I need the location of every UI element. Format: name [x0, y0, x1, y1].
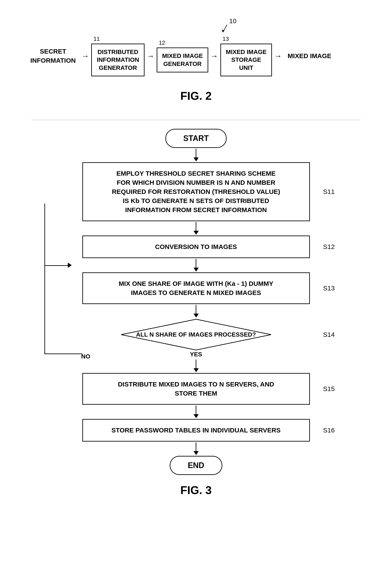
node-12-number: 12	[159, 40, 165, 46]
node-11: 11 DISTRIBUTEDINFORMATIONGENERATOR	[91, 36, 144, 76]
s15-label: S15	[323, 385, 335, 392]
arrow-s16-end	[194, 442, 199, 455]
loop-horizontal-top	[44, 265, 69, 266]
s16-box: STORE PASSWORD TABLES IN INDIVIDUAL SERV…	[82, 419, 310, 442]
s13-text: MIX ONE SHARE OF IMAGE WITH (Ka - 1) DUM…	[119, 280, 273, 296]
node-13-box: MIXED IMAGESTORAGEUNIT	[220, 44, 272, 76]
s13-row: MIX ONE SHARE OF IMAGE WITH (Ka - 1) DUM…	[44, 272, 348, 304]
no-branch-horizontal	[44, 354, 82, 354]
s14-diamond-text: ALL N SHARE OF IMAGES PROCESSED?	[136, 331, 256, 338]
s13-box: MIX ONE SHARE OF IMAGE WITH (Ka - 1) DUM…	[82, 272, 310, 304]
s16-label: S16	[323, 426, 335, 434]
s12-row: CONVERSION TO IMAGES S12	[44, 236, 348, 258]
s11-text: EMPLOY THRESHOLD SECRET SHARING SCHEMEFO…	[112, 170, 280, 214]
fig2-ref-number: 10	[229, 17, 236, 25]
flowchart: START EMPLOY THRESHOLD SECRET SHARING SC…	[44, 129, 348, 497]
yes-label: YES	[190, 351, 202, 358]
arrow-2: →	[147, 52, 154, 60]
end-node: END	[170, 456, 222, 475]
arrow-start-s11	[194, 149, 199, 161]
node-11-text: DISTRIBUTEDINFORMATIONGENERATOR	[97, 48, 139, 71]
s14-label: S14	[323, 331, 335, 338]
node-12-text: MIXED IMAGEGENERATOR	[162, 52, 203, 67]
fig3-title: FIG. 3	[180, 484, 212, 497]
node-12: 12 MIXED IMAGEGENERATOR	[157, 40, 208, 72]
arrow-s15-s16	[194, 406, 199, 418]
node-13-number: 13	[223, 36, 229, 42]
secret-info-label: SECRETINFORMATION	[30, 47, 76, 65]
branch-row: NO YES	[44, 351, 348, 373]
s16-text: STORE PASSWORD TABLES IN INDIVIDUAL SERV…	[111, 426, 281, 434]
arrow-s11-s12	[194, 222, 199, 235]
node-13: 13 MIXED IMAGESTORAGEUNIT	[220, 36, 272, 76]
node-12-box: MIXED IMAGEGENERATOR	[157, 48, 208, 72]
s12-label: S12	[323, 243, 335, 250]
s12-text: CONVERSION TO IMAGES	[155, 243, 237, 250]
arrow-1: →	[81, 52, 89, 60]
s15-text: DISTRIBUTE MIXED IMAGES TO N SERVERS, AN…	[118, 380, 274, 397]
mixed-image-label: MIXED IMAGE	[288, 52, 331, 60]
no-label: NO	[81, 353, 90, 360]
s15-box: DISTRIBUTE MIXED IMAGES TO N SERVERS, AN…	[82, 373, 310, 405]
s12-box: CONVERSION TO IMAGES	[82, 236, 310, 258]
start-node: START	[165, 129, 227, 148]
node-13-text: MIXED IMAGESTORAGEUNIT	[226, 48, 267, 71]
arrow-s14-s15	[194, 360, 199, 372]
s15-row: DISTRIBUTE MIXED IMAGES TO N SERVERS, AN…	[44, 373, 348, 405]
s13-label: S13	[323, 284, 335, 292]
s11-label: S11	[323, 188, 335, 196]
loop-arrow-right	[68, 263, 72, 268]
fig2-diagram: SECRETINFORMATION → 11 DISTRIBUTEDINFORM…	[13, 36, 379, 76]
section-divider	[31, 120, 361, 120]
s11-row: EMPLOY THRESHOLD SECRET SHARING SCHEMEFO…	[44, 162, 348, 221]
arrow-3: →	[210, 52, 218, 60]
node-11-box: DISTRIBUTEDINFORMATIONGENERATOR	[91, 44, 144, 76]
s11-box: EMPLOY THRESHOLD SECRET SHARING SCHEMEFO…	[82, 162, 310, 221]
s14-diamond-container: ALL N SHARE OF IMAGES PROCESSED?	[120, 318, 272, 351]
fig2-title: FIG. 2	[180, 89, 212, 102]
fig2-section: 10 SECRETINFORMATION → 11 DISTRIBUTEDINF…	[13, 17, 379, 102]
s16-row: STORE PASSWORD TABLES IN INDIVIDUAL SERV…	[44, 419, 348, 442]
no-branch-vertical	[44, 204, 45, 354]
node-11-number: 11	[93, 36, 100, 42]
arrow-s13-s14	[194, 305, 199, 318]
arrow-s12-s13	[194, 259, 199, 272]
arrow-4: →	[274, 52, 282, 60]
fig2-ref-arrow-icon	[221, 25, 234, 34]
fig3-section: START EMPLOY THRESHOLD SECRET SHARING SC…	[13, 129, 379, 497]
